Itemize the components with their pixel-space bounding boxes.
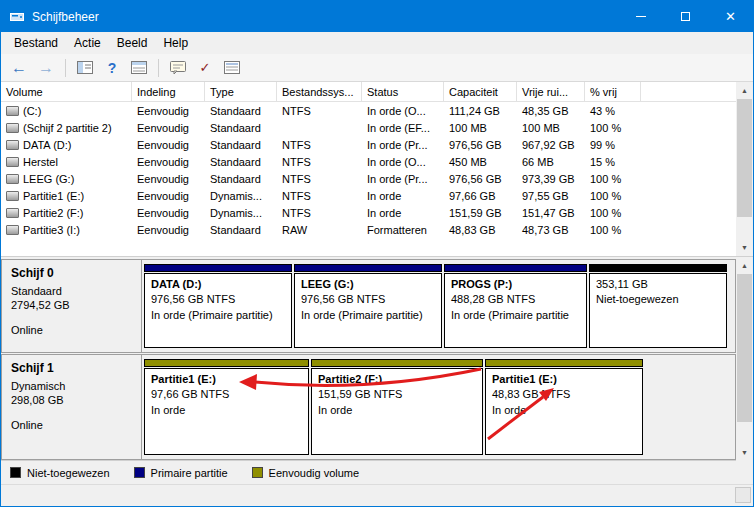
table-scrollbar[interactable]: ▲ ▼ <box>736 82 753 256</box>
column-header-status[interactable]: Status <box>362 82 444 102</box>
help-icon[interactable]: ? <box>100 57 124 79</box>
check-icon[interactable]: ✓ <box>193 57 217 79</box>
forward-icon[interactable]: → <box>34 57 58 79</box>
status-bar <box>1 484 753 506</box>
cell-status: In orde (Pr... <box>362 136 444 153</box>
properties-list-icon[interactable] <box>220 57 244 79</box>
partition-size: 48,83 GB NTFS <box>492 387 636 402</box>
scroll-thumb[interactable] <box>737 274 752 422</box>
partition-label: Partitie2 (F:) <box>318 372 476 387</box>
cell-vrij: 967,92 GB <box>517 136 585 153</box>
table-row-partitie2-f[interactable]: Partitie2 (F:) Eenvoudig Dynamis... NTFS… <box>1 204 736 221</box>
back-icon[interactable]: ← <box>7 57 31 79</box>
partition-partitie1-e[interactable]: Partitie1 (E:) 97,66 GB NTFS In orde <box>144 359 309 455</box>
disk-panel-schijf1[interactable]: Schijf 1 Dynamisch 298,08 GB Online <box>2 355 142 459</box>
disk-view-scrollbar[interactable]: ▲ ▼ <box>736 257 753 461</box>
partition-data-d[interactable]: DATA (D:) 976,56 GB NTFS In orde (Primai… <box>144 264 292 348</box>
scroll-down-icon[interactable]: ▼ <box>736 444 753 461</box>
table-row-leeg-g[interactable]: LEEG (G:) Eenvoudig Standaard NTFS In or… <box>1 170 736 187</box>
legend: Niet-toegewezen Primaire partitie Eenvou… <box>1 460 753 484</box>
legend-item-primary-partition: Primaire partitie <box>134 467 228 479</box>
close-button[interactable]: ✕ <box>708 1 753 32</box>
window-controls: ✕ <box>618 1 753 32</box>
cell-pct: 100 % <box>585 119 641 136</box>
menu-item-bestand[interactable]: Bestand <box>6 33 66 53</box>
disk-status: Online <box>11 418 132 432</box>
cell-status: In orde <box>362 187 444 204</box>
legend-label: Niet-toegewezen <box>27 467 110 479</box>
cell-filler <box>641 170 736 187</box>
cell-capaciteit: 450 MB <box>444 153 517 170</box>
partition-leeg-g[interactable]: LEEG (G:) 976,56 GB NTFS In orde (Primai… <box>294 264 442 348</box>
column-header-capaciteit[interactable]: Capaciteit <box>444 82 517 102</box>
partition-status: In orde (Primaire partitie) <box>301 308 435 323</box>
table-row-partitie3-i[interactable]: Partitie3 (I:) Eenvoudig Standaard RAW F… <box>1 221 736 238</box>
table-row-partitie1-e[interactable]: Partitie1 (E:) Eenvoudig Dynamis... NTFS… <box>1 187 736 204</box>
table-row-schijf2-partitie2[interactable]: (Schijf 2 partitie 2) Eenvoudig Standaar… <box>1 119 736 136</box>
volume-icon <box>6 140 19 150</box>
table-row-c[interactable]: (C:) Eenvoudig Standaard NTFS In orde (O… <box>1 102 736 119</box>
cell-volume: Herstel <box>1 153 132 170</box>
cell-capaciteit: 111,24 GB <box>444 102 517 119</box>
maximize-button[interactable] <box>663 1 708 32</box>
table-row-data-d[interactable]: DATA (D:) Eenvoudig Standaard NTFS In or… <box>1 136 736 153</box>
partition-partitie2-f[interactable]: Partitie2 (F:) 151,59 GB NTFS In orde <box>311 359 483 455</box>
scroll-thumb[interactable] <box>737 99 752 217</box>
partition-label: PROGS (P:) <box>451 277 580 292</box>
column-header-pct-vrij[interactable]: % vrij <box>585 82 641 102</box>
disk-name: Schijf 0 <box>11 266 132 282</box>
cell-volume: Partitie3 (I:) <box>1 221 132 238</box>
cell-filler <box>641 187 736 204</box>
cell-indeling: Eenvoudig <box>132 170 205 187</box>
cell-vrij: 100 MB <box>517 119 585 136</box>
table-row-herstel[interactable]: Herstel Eenvoudig Standaard NTFS In orde… <box>1 153 736 170</box>
partition-color-bar <box>589 264 727 272</box>
cell-status: In orde (Pr... <box>362 170 444 187</box>
menu-item-actie[interactable]: Actie <box>66 33 109 53</box>
scroll-up-icon[interactable]: ▲ <box>736 257 753 274</box>
cell-type: Standaard <box>205 153 277 170</box>
volume-icon <box>6 106 19 116</box>
volume-icon <box>6 174 19 184</box>
cell-volume: (C:) <box>1 102 132 119</box>
cell-vrij: 66 MB <box>517 153 585 170</box>
menu-item-beeld[interactable]: Beeld <box>109 33 156 53</box>
cell-volume: Partitie2 (F:) <box>1 204 132 221</box>
column-header-type[interactable]: Type <box>205 82 277 102</box>
partition-size: 151,59 GB NTFS <box>318 387 476 402</box>
cell-type: Standaard <box>205 119 277 136</box>
column-header-indeling[interactable]: Indeling <box>132 82 205 102</box>
column-header-bestandssysteem[interactable]: Bestandssys... <box>277 82 362 102</box>
cell-filler <box>641 136 736 153</box>
cell-indeling: Eenvoudig <box>132 187 205 204</box>
console-tree-icon[interactable] <box>73 57 97 79</box>
dialog-icon[interactable] <box>166 57 190 79</box>
column-header-vrije-ruimte[interactable]: Vrije rui... <box>517 82 585 102</box>
partition-color-bar <box>294 264 442 272</box>
menu-item-help[interactable]: Help <box>155 33 196 53</box>
column-header-filler <box>641 82 736 102</box>
volume-icon <box>6 123 19 133</box>
minimize-button[interactable] <box>618 1 663 32</box>
disk-panel-schijf0[interactable]: Schijf 0 Standaard 2794,52 GB Online <box>2 260 142 352</box>
toolbar: ← → ? ✓ <box>1 54 753 82</box>
export-list-icon[interactable] <box>127 57 151 79</box>
cell-capaciteit: 100 MB <box>444 119 517 136</box>
toolbar-separator <box>158 59 159 77</box>
cell-fs: NTFS <box>277 170 362 187</box>
volume-icon <box>6 191 19 201</box>
partition-label: Partitie1 (E:) <box>492 372 636 387</box>
partition-progs-p[interactable]: PROGS (P:) 488,28 GB NTFS In orde (Prima… <box>444 264 587 348</box>
disk-name: Schijf 1 <box>11 361 132 377</box>
close-icon: ✕ <box>725 10 736 23</box>
column-header-volume[interactable]: Volume <box>1 82 132 102</box>
cell-status: In orde <box>362 204 444 221</box>
cell-vrij: 48,35 GB <box>517 102 585 119</box>
legend-swatch <box>252 467 263 478</box>
resize-corner[interactable] <box>735 487 751 503</box>
partition-unallocated[interactable]: 353,11 GB Niet-toegewezen <box>589 264 727 348</box>
scroll-up-icon[interactable]: ▲ <box>736 82 753 99</box>
scroll-down-icon[interactable]: ▼ <box>736 239 753 256</box>
cell-indeling: Eenvoudig <box>132 136 205 153</box>
partition-partitie1-e-duplicate[interactable]: Partitie1 (E:) 48,83 GB NTFS In orde <box>485 359 643 455</box>
